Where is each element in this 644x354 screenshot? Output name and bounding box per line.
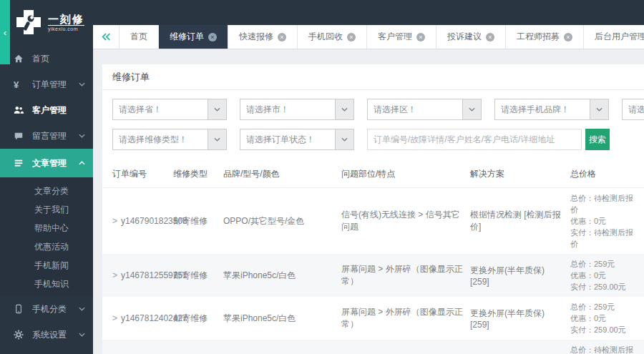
problem: 屏幕问题 > 外屏碎（图像显示正常） xyxy=(341,263,470,287)
city-select[interactable]: 请选择市！ xyxy=(240,99,354,120)
price: 总价：待检测后报价 优惠：0元 实付：待检测后报价 xyxy=(570,340,644,354)
tab-complaints[interactable]: 投诉建议 × xyxy=(436,25,506,49)
search-button[interactable]: 搜索 xyxy=(585,129,610,150)
repair-orders-panel: 维修订单 请选择省！ 请选择市！ 请选择区！ xyxy=(102,64,644,354)
submenu-item-about-us[interactable]: 关于我们 xyxy=(0,200,93,219)
home-icon xyxy=(14,54,24,64)
table-row[interactable]: >y1467812559751 邮寄维修 苹果iPhone5c/白色 屏幕问题 … xyxy=(102,254,644,297)
submenu-item-promotions[interactable]: 优惠活动 xyxy=(0,237,93,256)
chevron-up-icon xyxy=(79,161,86,165)
article-list-icon xyxy=(14,158,24,168)
tab-label: 客户管理 xyxy=(378,31,412,43)
sidebar-item-label: 首页 xyxy=(32,53,86,65)
column-header: 维修类型 xyxy=(173,168,223,180)
column-header: 订单编号 xyxy=(112,168,173,180)
tab-label: 首页 xyxy=(130,31,147,43)
sidebar-nav: 首页 ¥ 订单管理 客户管理 留言管理 xyxy=(0,46,93,348)
column-header: 总价格 xyxy=(570,168,644,180)
tab-label: 手机回收 xyxy=(308,31,343,43)
province-select[interactable]: 请选择省！ xyxy=(112,99,227,120)
device: 苹果iPhone5c/白色 xyxy=(223,270,341,282)
repair-type-select[interactable]: 请选择维修类型！ xyxy=(112,129,227,150)
chevron-down-icon xyxy=(462,99,481,119)
sidebar-item-phone-categories[interactable]: 手机分类 xyxy=(0,296,93,322)
sidebar-item-label: 客户管理 xyxy=(32,104,86,117)
tab-label: 后台用户管理 xyxy=(595,31,644,43)
double-chevron-left-icon xyxy=(101,31,111,44)
submenu-item-article-categories[interactable]: 文章分类 xyxy=(0,182,93,200)
problem: 信号(有线)无线连接 > 信号其它问题 xyxy=(341,209,470,233)
brand-cross-wrench-icon xyxy=(14,8,43,36)
chevron-down-icon xyxy=(79,307,86,311)
select-value: 请选择订单状态！ xyxy=(240,134,335,146)
chevron-down-icon xyxy=(79,82,86,87)
users-icon xyxy=(14,105,24,115)
sidebar-item-label: 留言管理 xyxy=(32,130,79,142)
page-title: 维修订单 xyxy=(102,64,644,90)
tab-phone-recycle[interactable]: 手机回收 × xyxy=(298,25,367,49)
search-input[interactable] xyxy=(367,129,582,150)
yen-icon: ¥ xyxy=(14,79,24,89)
close-icon[interactable]: × xyxy=(486,33,494,41)
sidebar-item-customers[interactable]: 客户管理 xyxy=(0,97,93,123)
table-row[interactable]: >y1467532012188 邮寄维修 三星/其它型号/金色/国行 开关机问题… xyxy=(102,340,644,354)
solution: 更换外屏(半年质保) [259] xyxy=(470,308,570,330)
solution: 根据情况检测 [检测后报价] xyxy=(470,209,570,233)
close-icon[interactable]: × xyxy=(347,33,356,41)
filter-row-1: 请选择省！ 请选择市！ 请选择区！ xyxy=(112,99,644,120)
submenu-item-phone-news[interactable]: 手机新闻 xyxy=(0,256,93,275)
close-icon[interactable]: × xyxy=(416,33,425,41)
logo[interactable]: 一刻修 yikexiu.com xyxy=(0,0,93,40)
close-icon[interactable]: × xyxy=(564,33,572,41)
sidebar-item-messages[interactable]: 留言管理 xyxy=(0,123,93,149)
repair-type: 邮寄维修 xyxy=(173,270,223,282)
sidebar-item-system-settings[interactable]: 系统设置 xyxy=(0,322,93,348)
tab-label: 维修订单 xyxy=(170,31,204,43)
repair-type: 邮寄维修 xyxy=(173,313,223,325)
sidebar-collapse-strip[interactable]: ‹ xyxy=(0,0,10,64)
tab-customer-management[interactable]: 客户管理 × xyxy=(367,25,436,49)
tab-quick-repair[interactable]: 快速报修 × xyxy=(228,25,298,49)
sidebar-item-label: 手机分类 xyxy=(32,303,79,315)
close-icon[interactable]: × xyxy=(278,33,286,41)
row-expander-icon[interactable]: > xyxy=(112,313,117,323)
sidebar-item-articles[interactable]: 文章管理 xyxy=(0,149,93,177)
select-value: 请选择省！ xyxy=(113,104,208,116)
sidebar-item-home[interactable]: 首页 xyxy=(0,46,93,72)
articles-submenu: 文章分类 关于我们 帮助中心 优惠活动 手机新闻 手机知识 xyxy=(0,177,93,296)
column-header: 品牌/型号/颜色 xyxy=(223,168,341,180)
top-header xyxy=(0,0,644,25)
gear-icon xyxy=(14,330,24,340)
row-expander-icon[interactable]: > xyxy=(112,216,117,226)
brand-name: 一刻修 xyxy=(48,13,84,25)
phone-icon xyxy=(14,304,24,314)
tab-repair-orders[interactable]: 维修订单 × xyxy=(159,25,228,49)
close-icon[interactable]: × xyxy=(208,33,217,41)
phone-brand-select[interactable]: 请选择手机品牌！ xyxy=(494,99,609,120)
tab-engineer-recruit[interactable]: 工程师招募 × xyxy=(506,25,584,49)
tab-label: 快速报修 xyxy=(239,31,273,43)
tab-home[interactable]: 首页 xyxy=(119,25,159,49)
device: OPPO/其它型号/金色 xyxy=(223,215,341,227)
table-row[interactable]: >y1467901823508 邮寄维修 OPPO/其它型号/金色 信号(有线)… xyxy=(102,188,644,254)
row-expander-icon[interactable]: > xyxy=(112,270,117,280)
phone-model-select[interactable]: 请选择手机型号！ xyxy=(622,99,644,120)
tabs-scroll-left-button[interactable] xyxy=(93,25,119,49)
problem: 屏幕问题 > 外屏碎（图像显示正常） xyxy=(341,306,470,330)
sidebar-item-orders[interactable]: ¥ 订单管理 xyxy=(0,72,93,97)
sidebar: 一刻修 yikexiu.com 首页 ¥ 订单管理 xyxy=(0,0,93,354)
select-value: 请选择市！ xyxy=(240,104,335,116)
tab-label: 投诉建议 xyxy=(447,31,482,43)
orders-table: 订单编号 维修类型 品牌/型号/颜色 问题部位/特点 解决方案 总价格 >y14… xyxy=(102,160,644,354)
district-select[interactable]: 请选择区！ xyxy=(367,99,482,120)
chevron-down-icon xyxy=(590,99,608,119)
collapse-chevron-icon: ‹ xyxy=(4,27,6,38)
tab-admin-users[interactable]: 后台用户管理 × xyxy=(584,25,644,49)
table-row[interactable]: >y1467812402427 邮寄维修 苹果iPhone5c/白色 屏幕问题 … xyxy=(102,297,644,340)
submenu-item-phone-knowledge[interactable]: 手机知识 xyxy=(0,275,93,293)
submenu-item-help-center[interactable]: 帮助中心 xyxy=(0,219,93,237)
column-header: 问题部位/特点 xyxy=(341,168,470,180)
price: 总价：259元 优惠：0元 实付：259.00元 xyxy=(570,254,644,297)
filters: 请选择省！ 请选择市！ 请选择区！ xyxy=(102,99,644,150)
order-status-select[interactable]: 请选择订单状态！ xyxy=(240,129,354,150)
